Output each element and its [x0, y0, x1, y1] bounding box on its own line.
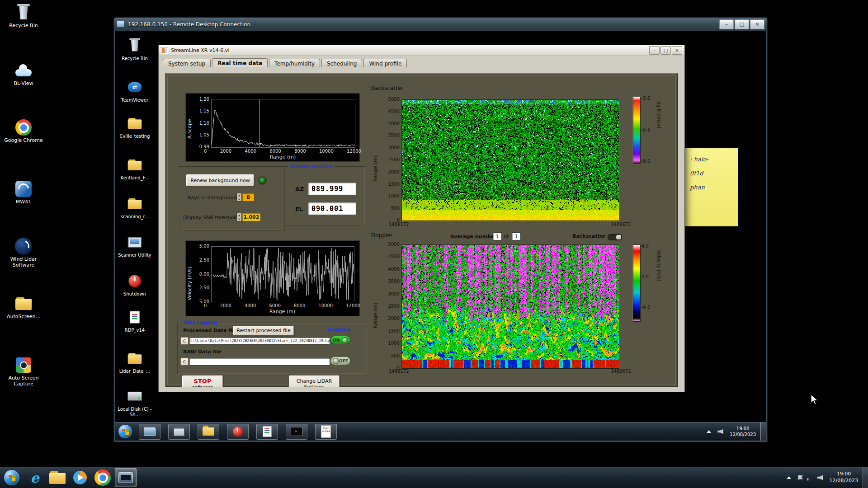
rdp-titlebar[interactable]: 192.168.0.150 - Remote Desktop Connectio…: [114, 18, 767, 31]
processed-drive-button[interactable]: C: [180, 337, 189, 345]
backscatter-mode-toggle[interactable]: [608, 234, 622, 240]
window-icon: [144, 427, 156, 436]
document-icon: [263, 426, 272, 437]
taskbar-media-player[interactable]: [70, 469, 90, 487]
doppler-heatmap: [401, 244, 619, 369]
remote-tray-expand-icon[interactable]: [707, 430, 711, 433]
app-minimize-button[interactable]: –: [649, 46, 660, 55]
taskbar-internet-explorer[interactable]: [24, 469, 45, 487]
doppler-ytick: 2500: [388, 304, 400, 309]
stop-button-text2: software: [192, 385, 213, 387]
app-titlebar[interactable]: StreamLine XR v14-6.vi – □ ×: [159, 45, 684, 56]
ascope-xtick: 10000: [319, 149, 334, 154]
desktop-icon-auto-screen-capture[interactable]: Auto Screen Capture: [3, 356, 44, 387]
remote-taskbar-app-scan-sched[interactable]: Scan sched: [315, 424, 337, 440]
restart-processed-file-button[interactable]: Restart processed file: [233, 325, 294, 336]
rays-in-background-label: Rays in background: [188, 195, 236, 201]
backscatter-colorbar-tick: -3.0: [642, 96, 651, 101]
snr-value-field[interactable]: 1.002: [242, 213, 261, 221]
rays-value-field[interactable]: 8: [242, 193, 255, 202]
host-clock[interactable]: 19:00 12/08/2023: [825, 471, 863, 484]
desktop-icon-scanner-utility[interactable]: Scanner Utility: [117, 233, 152, 258]
remote-desktop: Recycle BinTeamViewerCville_testingKentl…: [115, 31, 766, 441]
app-maximize-button[interactable]: □: [660, 46, 671, 55]
remote-taskbar-app-folder[interactable]: [198, 424, 219, 440]
desktop-icon-label: Local Disk (C) - Sh...: [117, 407, 152, 417]
desktop-icon-wind-lidar-software[interactable]: Wind Lidar Software: [3, 237, 44, 268]
renew-led-indicator[interactable]: [258, 176, 267, 185]
backscatter-xtick: 1489671: [611, 222, 631, 227]
host-clock-date: 12/08/2023: [830, 478, 858, 484]
az-value-field[interactable]: 089.999: [308, 182, 356, 195]
desktop-icon-teamviewer[interactable]: TeamViewer: [117, 78, 152, 103]
host-clock-time: 19:00: [830, 471, 858, 478]
remote-tray-volume-icon[interactable]: [717, 429, 723, 434]
remote-show-desktop-button[interactable]: [760, 422, 766, 441]
rdp-close-button[interactable]: ×: [750, 19, 764, 29]
taskbar-chrome[interactable]: [92, 469, 113, 487]
desktop-icon-autoscreen[interactable]: AutoScreen...: [3, 295, 44, 320]
tray-action-center-icon[interactable]: [797, 475, 803, 480]
tray-network-icon[interactable]: [807, 475, 814, 481]
remote-taskbar-app-terminal[interactable]: >_: [286, 424, 307, 440]
capture-icon: [14, 356, 33, 374]
desktop-icon-local-disk-c-sh[interactable]: Local Disk (C) - Sh...: [117, 387, 152, 417]
el-value-field[interactable]: 090.001: [308, 202, 356, 215]
desktop-icon-cville-testing[interactable]: Cville_testing: [117, 114, 152, 139]
start-button[interactable]: [4, 469, 20, 486]
show-desktop-button[interactable]: [863, 467, 868, 488]
desktop-icon-label: Recycle Bin: [9, 23, 38, 29]
raw-path-field[interactable]: [189, 358, 330, 366]
remote-taskbar-app-utility[interactable]: [168, 424, 190, 440]
remote-taskbar-app-shutdown[interactable]: [227, 424, 249, 440]
rdp-maximize-button[interactable]: □: [735, 19, 749, 29]
rays-spinner[interactable]: ▲▼: [236, 193, 242, 202]
ascope-xtick: 2000: [220, 149, 231, 154]
remote-taskbar-app-doc[interactable]: [256, 424, 278, 440]
desktop-icon-rdp-v14[interactable]: RDP_v14: [117, 308, 152, 333]
background-controls-frame: Renew background now Rays in background …: [179, 166, 285, 230]
doppler-x-axis: 14891721489671: [389, 369, 631, 374]
desktop-icon-label: Shutdown: [123, 291, 146, 297]
desktop-icon-bl-view[interactable]: BL-View: [3, 61, 44, 87]
power-icon: [233, 427, 243, 436]
desktop-icon-label: RDP_v14: [125, 328, 145, 333]
processed-logging-toggle[interactable]: ON: [330, 336, 350, 344]
rdp-minimize-button[interactable]: –: [719, 19, 734, 29]
renew-background-button[interactable]: Renew background now: [186, 174, 255, 187]
remote-clock[interactable]: 19:00 12/08/2023: [725, 426, 760, 438]
ascope-ytick: 1.15: [199, 108, 209, 113]
rdp-window[interactable]: 192.168.0.150 - Remote Desktop Connectio…: [113, 17, 768, 442]
stop-software-button[interactable]: STOP software: [182, 375, 223, 387]
raw-drive-button[interactable]: C: [180, 358, 189, 366]
desktop-icon-scanning-r[interactable]: scanning_r...: [117, 195, 152, 220]
remote-taskbar-app-window[interactable]: [139, 424, 160, 440]
snr-spinner[interactable]: ▲▼: [236, 213, 242, 221]
average-number-field[interactable]: 1: [493, 232, 502, 240]
desktop-icon-lidar-data[interactable]: Lidar_Data_...: [117, 349, 152, 374]
taskbar-file-explorer[interactable]: [47, 469, 68, 487]
taskbar-remote-desktop-active[interactable]: [115, 468, 137, 487]
desktop-icon-recycle-bin[interactable]: Recycle Bin: [3, 4, 44, 29]
folder-icon: [14, 295, 33, 313]
chrome-icon: [14, 118, 33, 136]
remote-start-button[interactable]: [118, 424, 132, 439]
backscatter-ytick: 2000: [388, 169, 400, 174]
desktop-icon-kentland-f[interactable]: Kentland_F...: [117, 156, 152, 181]
utility-icon: [174, 427, 184, 436]
of-field[interactable]: 1: [512, 232, 521, 240]
doppler-colorbar: [633, 244, 641, 322]
tray-volume-icon[interactable]: [817, 475, 823, 480]
raw-logging-toggle[interactable]: OFF: [330, 357, 350, 365]
change-lidar-settings-button[interactable]: Change LiDAR Settings: [288, 375, 340, 387]
streamline-app-window[interactable]: StreamLine XR v14-6.vi – □ × System setu…: [158, 45, 685, 392]
tray-expand-icon[interactable]: [787, 476, 791, 479]
app-close-button[interactable]: ×: [672, 46, 682, 55]
processed-path-field[interactable]: C:\Lidar\Data\Proc\2023\202308\20230812\…: [189, 337, 330, 345]
desktop-icon-mw41[interactable]: MW41: [3, 180, 44, 205]
desktop-icon-recycle-bin[interactable]: Recycle Bin: [117, 37, 152, 61]
desktop-icon-shutdown[interactable]: Shutdown: [117, 272, 152, 297]
desktop-icon-google-chrome[interactable]: Google Chrome: [3, 118, 44, 144]
backscatter-ytick: 2500: [388, 157, 400, 162]
ascope-graph: A-scope 1.201.151.101.050.99 02000400060…: [185, 93, 360, 162]
